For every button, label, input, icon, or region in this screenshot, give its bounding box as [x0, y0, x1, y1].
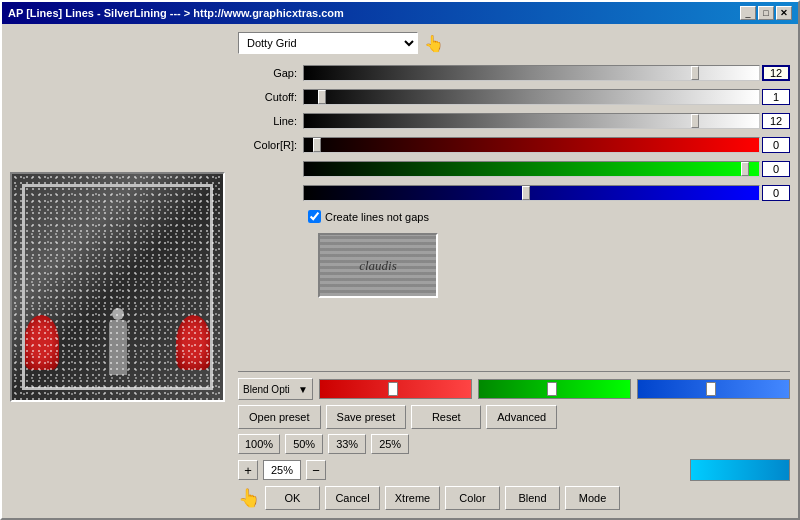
cyan-bar — [690, 459, 790, 481]
cutoff-value[interactable]: 1 — [762, 89, 790, 105]
blend-red-slider[interactable] — [319, 379, 472, 399]
small-preview: claudis — [318, 233, 438, 298]
effect-dropdown[interactable]: Dotty Grid Lines Grid Diagonal — [238, 32, 418, 54]
bottom-controls: Blend Opti ▼ Open preset — [238, 371, 790, 510]
zoom-33-button[interactable]: 33% — [328, 434, 366, 454]
blend-blue-slider[interactable] — [637, 379, 790, 399]
main-preview — [10, 172, 225, 402]
cancel-button[interactable]: Cancel — [325, 486, 380, 510]
close-button[interactable]: ✕ — [776, 6, 792, 20]
line-label: Line: — [238, 115, 303, 127]
preview-frame — [22, 184, 213, 390]
blend-red-thumb[interactable] — [388, 382, 398, 396]
color-b-slider[interactable] — [303, 185, 760, 201]
reset-button[interactable]: Reset — [411, 405, 481, 429]
blend-arrow: ▼ — [298, 384, 308, 395]
line-value[interactable]: 12 — [762, 113, 790, 129]
small-preview-inner: claudis — [320, 235, 436, 296]
line-thumb[interactable] — [691, 114, 699, 128]
gap-thumb[interactable] — [691, 66, 699, 80]
gap-label: Gap: — [238, 67, 303, 79]
zoom-plus-button[interactable]: + — [238, 460, 258, 480]
blend-button[interactable]: Blend — [505, 486, 560, 510]
ok-button[interactable]: OK — [265, 486, 320, 510]
finger-icon-bottom: 👆 — [238, 487, 260, 509]
color-r-thumb[interactable] — [313, 138, 321, 152]
blend-green-slider[interactable] — [478, 379, 631, 399]
create-lines-label: Create lines not gaps — [325, 211, 429, 223]
content-area: Dotty Grid Lines Grid Diagonal 👆 Gap: 12… — [2, 24, 798, 518]
color-g-thumb[interactable] — [741, 162, 749, 176]
zoom-stepper-row: + 25% − — [238, 459, 790, 481]
create-lines-checkbox[interactable] — [308, 210, 321, 223]
finger-icon: 👆 — [424, 34, 444, 53]
gap-value[interactable]: 12 — [762, 65, 790, 81]
gap-slider[interactable] — [303, 65, 760, 81]
zoom-100-button[interactable]: 100% — [238, 434, 280, 454]
color-r-slider[interactable] — [303, 137, 760, 153]
zoom-minus-button[interactable]: − — [306, 460, 326, 480]
color-b-row: 0 — [238, 184, 790, 202]
color-r-row: Color[R]: 0 — [238, 136, 790, 154]
cutoff-thumb[interactable] — [318, 90, 326, 104]
cutoff-label: Cutoff: — [238, 91, 303, 103]
cutoff-row: Cutoff: 1 — [238, 88, 790, 106]
right-panel: Dotty Grid Lines Grid Diagonal 👆 Gap: 12… — [238, 32, 790, 510]
maximize-button[interactable]: □ — [758, 6, 774, 20]
blend-green-thumb[interactable] — [547, 382, 557, 396]
main-window: AP [Lines] Lines - SilverLining --- > ht… — [0, 0, 800, 520]
line-slider[interactable] — [303, 113, 760, 129]
blend-blue-thumb[interactable] — [706, 382, 716, 396]
zoom-current-display: 25% — [263, 460, 301, 480]
window-title: AP [Lines] Lines - SilverLining --- > ht… — [8, 7, 344, 19]
minimize-button[interactable]: _ — [740, 6, 756, 20]
title-bar-buttons: _ □ ✕ — [740, 6, 792, 20]
color-g-row: 0 — [238, 160, 790, 178]
zoom-25-button[interactable]: 25% — [371, 434, 409, 454]
gap-row: Gap: 12 — [238, 64, 790, 82]
blend-dropdown[interactable]: Blend Opti ▼ — [238, 378, 313, 400]
dropdown-row: Dotty Grid Lines Grid Diagonal 👆 — [238, 32, 790, 54]
color-b-thumb[interactable] — [522, 186, 530, 200]
preview-text: claudis — [359, 258, 397, 274]
color-button[interactable]: Color — [445, 486, 500, 510]
preview-inner — [12, 174, 223, 400]
color-r-label: Color[R]: — [238, 139, 303, 151]
zoom-50-button[interactable]: 50% — [285, 434, 323, 454]
color-r-value[interactable]: 0 — [762, 137, 790, 153]
cutoff-slider[interactable] — [303, 89, 760, 105]
zoom-row: 100% 50% 33% 25% — [238, 434, 790, 454]
xtreme-button[interactable]: Xtreme — [385, 486, 440, 510]
blend-row: Blend Opti ▼ — [238, 378, 790, 400]
left-panel — [10, 32, 230, 510]
save-preset-button[interactable]: Save preset — [326, 405, 407, 429]
action-row: 👆 OK Cancel Xtreme Color Blend Mode — [238, 486, 790, 510]
line-row: Line: 12 — [238, 112, 790, 130]
color-g-value[interactable]: 0 — [762, 161, 790, 177]
advanced-button[interactable]: Advanced — [486, 405, 557, 429]
color-b-value[interactable]: 0 — [762, 185, 790, 201]
open-preset-button[interactable]: Open preset — [238, 405, 321, 429]
middle-section: claudis — [238, 233, 790, 365]
mode-button[interactable]: Mode — [565, 486, 620, 510]
preset-buttons-row: Open preset Save preset Reset Advanced — [238, 405, 790, 429]
checkbox-row: Create lines not gaps — [238, 210, 790, 223]
title-bar: AP [Lines] Lines - SilverLining --- > ht… — [2, 2, 798, 24]
blend-label: Blend Opti — [243, 384, 290, 395]
color-g-slider[interactable] — [303, 161, 760, 177]
